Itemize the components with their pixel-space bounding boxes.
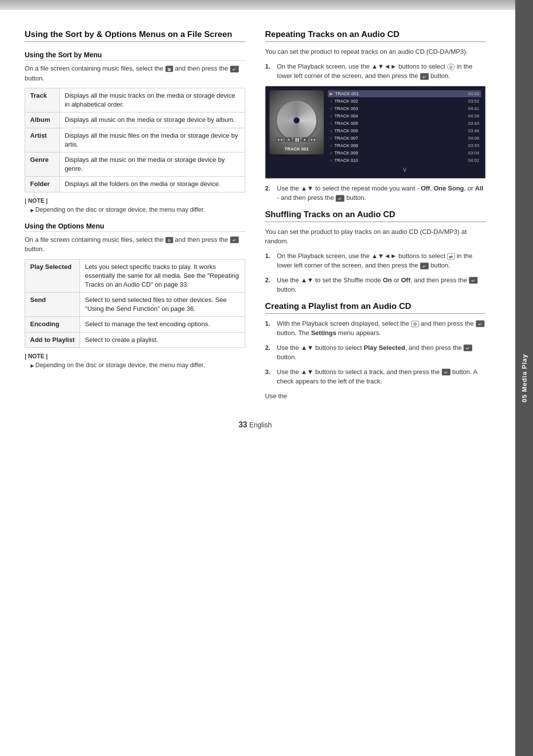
shuffle-enter-icon-1: ↵: [420, 263, 429, 269]
play-icon: ○: [330, 158, 332, 163]
repeat-step-1: 1. On the Playback screen, use the ▲▼◄► …: [265, 62, 486, 81]
play-icon: ○: [330, 136, 332, 141]
sidebar-tab-label: 05 Media Play: [521, 354, 528, 402]
table-row: Genre Displays all the music on the medi…: [25, 152, 245, 176]
options-menu-intro: On a file screen containing music files,…: [25, 235, 245, 254]
playlist-steps: 1. With the Playback screen displayed, s…: [265, 319, 486, 386]
shuffle-enter-icon-2: ↵: [469, 277, 478, 284]
cd-ctrl-next: ►►: [310, 137, 317, 142]
play-icon: ○: [330, 113, 332, 118]
table-row: Send Select to send selected files to ot…: [25, 293, 245, 317]
track-row: ○ TRACK 002 03:52: [328, 98, 481, 105]
right-column: Repeating Tracks on an Audio CD You can …: [265, 30, 486, 406]
shuffle-steps: 1. On the Playback screen, use the ▲▼◄► …: [265, 251, 486, 295]
play-icon: ▶: [330, 91, 333, 96]
options-label-encoding: Encoding: [25, 317, 80, 332]
track-row: ○ TRACK 009 03:04: [328, 150, 481, 156]
top-bar: [0, 0, 515, 10]
sort-label-folder: Folder: [25, 177, 60, 192]
track-row: ○ TRACK 003 04:41: [328, 105, 481, 112]
sort-note-item: Depending on the disc or storage device,…: [31, 206, 245, 213]
sort-desc-genre: Displays all the music on the media or s…: [60, 152, 245, 176]
options-desc-encoding: Select to manage the text encoding optio…: [80, 317, 245, 332]
sort-label-artist: Artist: [25, 128, 60, 152]
shuffle-intro: You can set the product to play tracks o…: [265, 227, 486, 246]
table-row: Add to Playlist Select to create a playl…: [25, 332, 245, 347]
table-row: Artist Displays all the music files on t…: [25, 128, 245, 152]
cd-more: ∨: [328, 164, 481, 174]
sort-desc-track: Displays all the music tracks on the med…: [60, 88, 245, 113]
sort-menu-subtitle: Using the Sort by Menu: [25, 51, 245, 61]
play-icon: ○: [330, 128, 332, 133]
sort-label-genre: Genre: [25, 152, 60, 176]
repeat-steps: 1. On the Playback screen, use the ▲▼◄► …: [265, 62, 486, 81]
cd-controls: ◄◄ ◄ ▐▐ ► ►►: [269, 137, 324, 142]
cd-tracklist: ▶ TRACK 001 00:43 ○ TRACK 002 03:52 ○ TR…: [328, 90, 481, 174]
playlist-enter-icon-2: ↵: [463, 344, 472, 351]
sort-enter-icon: ↵: [230, 66, 239, 73]
table-row: Encoding Select to manage the text encod…: [25, 317, 245, 332]
options-table: Play Selected Lets you select specific t…: [25, 259, 245, 348]
repeat-enter-icon-2: ↵: [336, 195, 344, 202]
page-language: English: [249, 421, 272, 429]
sort-menu-intro: On a file screen containing music files,…: [25, 64, 245, 83]
playlist-step-1: 1. With the Playback screen displayed, s…: [265, 319, 486, 338]
repeat-step2-container: 2. Use the ▲▼ to select the repeat mode …: [265, 184, 486, 203]
cd-ctrl-pause: ▐▐: [293, 137, 300, 142]
repeat-step-2: 2. Use the ▲▼ to select the repeat mode …: [265, 184, 486, 203]
cd-image: ◄◄ ◄ ▐▐ ► ►► TRACK 001: [269, 90, 324, 154]
play-icon: ○: [330, 106, 332, 111]
playlist-step-2: 2. Use the ▲▼ buttons to select Play Sel…: [265, 343, 486, 362]
options-note-item: Depending on the disc or storage device,…: [31, 362, 245, 369]
options-gear-icon: ⚙: [165, 237, 173, 243]
sort-table: Track Displays all the music tracks on t…: [25, 88, 245, 192]
sidebar-tab: 05 Media Play: [515, 0, 533, 756]
cd-ctrl-prev: ◄◄: [276, 137, 283, 142]
sort-grid-icon: ▦: [165, 66, 173, 72]
options-label-send: Send: [25, 293, 80, 317]
playlist-step-3: 3. Use the ▲▼ buttons to select a track,…: [265, 367, 486, 386]
shuffle-icon: ⇄: [447, 253, 455, 260]
repeat-title: Repeating Tracks on an Audio CD: [265, 30, 486, 39]
use-the-text: Use the: [265, 391, 486, 401]
sort-label-album: Album: [25, 113, 60, 128]
track-row: ○ TRACK 005 03:43: [328, 120, 481, 127]
repeat-icon: ⊘: [447, 64, 455, 70]
options-note: | NOTE | Depending on the disc or storag…: [25, 353, 245, 369]
options-desc-play-selected: Lets you select specific tracks to play.…: [80, 259, 245, 293]
track-row: ○ TRACK 010 04:02: [328, 157, 481, 164]
sort-note: | NOTE | Depending on the disc or storag…: [25, 197, 245, 213]
track-row: ○ TRACK 004 04:39: [328, 113, 481, 119]
cd-track-label: TRACK 001: [269, 147, 324, 151]
table-row: Album Displays all music on the media or…: [25, 113, 245, 128]
sort-desc-album: Displays all music on the media or stora…: [60, 113, 245, 128]
cd-ctrl-fwd: ►: [302, 137, 308, 142]
sort-label-track: Track: [25, 88, 60, 113]
cd-disc: [277, 101, 316, 140]
table-row: Play Selected Lets you select specific t…: [25, 259, 245, 293]
shuffle-step-2: 2. Use the ▲▼ to set the Shuffle mode On…: [265, 275, 486, 295]
options-menu-subtitle: Using the Options Menu: [25, 222, 245, 232]
track-row: ○ TRACK 008 03:33: [328, 142, 481, 149]
playlist-settings-icon: ⚙: [411, 321, 419, 327]
play-icon: ○: [330, 121, 332, 126]
options-note-title: | NOTE |: [25, 353, 245, 360]
sort-desc-folder: Displays all the folders on the media or…: [60, 177, 245, 192]
track-row: ○ TRACK 007 04:06: [328, 135, 481, 142]
main-section-title: Using the Sort by & Options Menus on a F…: [25, 30, 245, 39]
repeat-enter-icon-1: ↵: [420, 73, 429, 80]
shuffle-step-1: 1. On the Playback screen, use the ▲▼◄► …: [265, 251, 486, 270]
options-desc-playlist: Select to create a playlist.: [80, 332, 245, 347]
play-icon: ○: [330, 99, 332, 104]
content-area: Using the Sort by & Options Menus on a F…: [0, 10, 515, 756]
track-row: ▶ TRACK 001 00:43: [328, 90, 481, 97]
page-footer: 33 English: [25, 420, 486, 429]
shuffle-title: Shuffling Tracks on an Audio CD: [265, 210, 486, 220]
left-column: Using the Sort by & Options Menus on a F…: [25, 30, 245, 406]
track-row: ○ TRACK 006 03:46: [328, 127, 481, 134]
sort-note-title: | NOTE |: [25, 197, 245, 204]
play-icon: ○: [330, 151, 332, 155]
cd-ctrl-rew: ◄: [285, 137, 292, 142]
options-label-play-selected: Play Selected: [25, 259, 80, 293]
cd-display: ◄◄ ◄ ▐▐ ► ►► TRACK 001 ▶ TRACK 001 00:43: [265, 86, 486, 179]
